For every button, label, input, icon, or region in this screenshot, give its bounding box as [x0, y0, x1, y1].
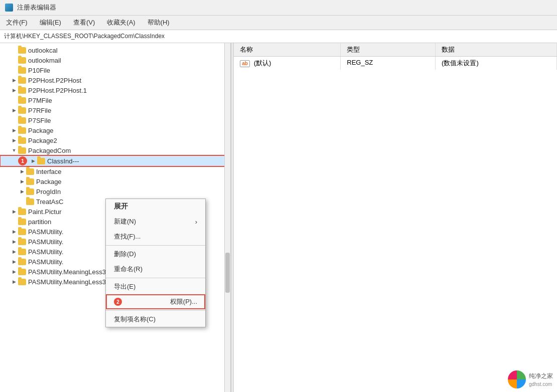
expand-arrow[interactable]: [18, 187, 26, 195]
menu-help[interactable]: 帮助(H): [146, 17, 172, 28]
menu-file[interactable]: 文件(F): [4, 17, 30, 28]
tree-item-classindex[interactable]: 1 ClassInd---: [0, 155, 230, 166]
expand-arrow[interactable]: [10, 86, 18, 94]
breadcrumb: 计算机\HKEY_CLASSES_ROOT\PackagedCom\ClassI…: [0, 30, 557, 43]
tree-label: PASMUtility.: [28, 228, 63, 236]
folder-icon: [18, 97, 26, 104]
tree-item-progidindex[interactable]: ProgIdIn: [0, 186, 230, 197]
folder-icon: [18, 117, 26, 124]
ctx-permissions[interactable]: 2 权限(P)...: [106, 294, 205, 309]
tree-item-p2phost[interactable]: P2PHost.P2PHost: [0, 75, 230, 85]
folder-icon: [18, 219, 26, 225]
tree-label: Paint.Pictur: [28, 208, 61, 216]
tree-item-packagedcom[interactable]: PackagedCom: [0, 145, 230, 155]
tree-item-p7mfile[interactable]: P7MFile: [0, 95, 230, 105]
ctx-export[interactable]: 导出(E): [106, 279, 205, 294]
folder-icon: [18, 279, 26, 285]
watermark: 纯净之家gdhst.com: [508, 370, 553, 388]
expand-arrow[interactable]: [18, 167, 26, 175]
folder-icon: [26, 178, 34, 185]
tree-item-outlookmail[interactable]: outlookmail: [0, 55, 230, 65]
tree-label: P7RFile: [28, 107, 51, 114]
ctx-find[interactable]: 查找(F)...: [106, 229, 205, 244]
expand-arrow[interactable]: [10, 238, 18, 246]
tree-label: Interface: [36, 168, 62, 175]
expand-arrow[interactable]: [18, 177, 26, 185]
folder-icon: [26, 168, 34, 175]
tree-item-outlookcal[interactable]: outlookcal: [0, 45, 230, 55]
folder-icon: [18, 47, 26, 54]
folder-icon: [18, 57, 26, 64]
tree-label: PASMUtility.MeaningLess3: [28, 268, 106, 276]
tree-label: PASMUtility.: [28, 238, 63, 246]
tree-item-p7sfile[interactable]: P7SFile: [0, 115, 230, 125]
folder-icon: [18, 127, 26, 134]
tree-label: PackagedCom: [28, 147, 71, 154]
tree-label: ProgIdIn: [36, 188, 61, 195]
tree-label: outlookcal: [28, 47, 58, 54]
tree-item-interface[interactable]: Interface: [0, 166, 230, 176]
tree-label: PASMUtility.MeaningLess3.2: [28, 278, 111, 286]
folder-icon: [18, 239, 26, 245]
left-panel: outlookcal outlookmail P10File P2PHost.P…: [0, 43, 231, 392]
expand-arrow[interactable]: [10, 228, 18, 236]
ctx-new[interactable]: 新建(N) ›: [106, 214, 205, 229]
ctx-rename[interactable]: 重命名(R): [106, 262, 205, 277]
ctx-sep-2: [106, 278, 205, 278]
ctx-copy-name[interactable]: 复制项名称(C): [106, 312, 205, 327]
menu-favorites[interactable]: 收藏夹(A): [105, 17, 137, 28]
expand-arrow[interactable]: [10, 126, 18, 134]
tree-label: outlookmail: [28, 57, 61, 64]
tree-item-package2[interactable]: Package2: [0, 135, 230, 145]
expand-arrow[interactable]: [10, 106, 18, 114]
ctx-sep-3: [106, 310, 205, 311]
context-menu: 展开 新建(N) › 查找(F)... 删除(D) 重命名(R) 导出(E) 2: [105, 199, 206, 327]
menu-view[interactable]: 查看(V): [71, 17, 97, 28]
folder-icon: [37, 158, 45, 164]
expand-arrow[interactable]: [10, 146, 18, 154]
ctx-delete[interactable]: 删除(D): [106, 247, 205, 262]
col-type: 类型: [341, 43, 436, 57]
tree-label: Package2: [28, 137, 57, 144]
tree-label: PASMUtility.: [28, 258, 63, 266]
tree-item-packagedcom-package[interactable]: Package: [0, 176, 230, 186]
expand-arrow[interactable]: [10, 76, 18, 84]
app-icon: [5, 4, 13, 12]
folder-icon: [18, 107, 26, 114]
tree-label: partition: [28, 218, 51, 226]
folder-icon: [18, 269, 26, 275]
ctx-expand[interactable]: 展开: [106, 199, 205, 214]
tree-item-package[interactable]: Package: [0, 125, 230, 135]
table-row[interactable]: ab (默认) REG_SZ (数值未设置): [234, 57, 557, 70]
folder-icon: [18, 259, 26, 265]
tree-item-p7rfile[interactable]: P7RFile: [0, 105, 230, 115]
badge-2: 2: [114, 298, 122, 306]
tree-label: P7SFile: [28, 117, 51, 124]
expand-arrow[interactable]: [10, 248, 18, 256]
expand-arrow[interactable]: [10, 258, 18, 266]
tree-item-p2phost1[interactable]: P2PHost.P2PHost.1: [0, 85, 230, 95]
scrollbar-thumb[interactable]: [225, 253, 230, 293]
tree-item-p10file[interactable]: P10File: [0, 65, 230, 75]
menu-edit[interactable]: 编辑(E): [38, 17, 63, 28]
folder-icon: [18, 209, 26, 215]
scrollbar[interactable]: [224, 43, 230, 392]
expand-arrow[interactable]: [10, 278, 18, 286]
menu-bar: 文件(F) 编辑(E) 查看(V) 收藏夹(A) 帮助(H): [0, 16, 557, 30]
expand-arrow[interactable]: [29, 157, 37, 165]
watermark-logo: [508, 370, 526, 388]
tree-label: TreatAsC: [36, 198, 63, 206]
ab-icon: ab: [240, 60, 250, 67]
expand-arrow[interactable]: [10, 268, 18, 276]
expand-arrow[interactable]: [10, 136, 18, 144]
folder-icon: [18, 249, 26, 255]
main-container: outlookcal outlookmail P10File P2PHost.P…: [0, 43, 557, 392]
expand-arrow[interactable]: [10, 208, 18, 216]
title-bar: 注册表编辑器: [0, 0, 557, 16]
folder-icon: [18, 87, 26, 94]
submenu-arrow-icon: ›: [195, 218, 197, 226]
folder-icon: [26, 188, 34, 195]
tree-label: P2PHost.P2PHost.1: [28, 87, 87, 94]
tree-label: Package: [28, 127, 54, 134]
app-title: 注册表编辑器: [17, 3, 56, 12]
